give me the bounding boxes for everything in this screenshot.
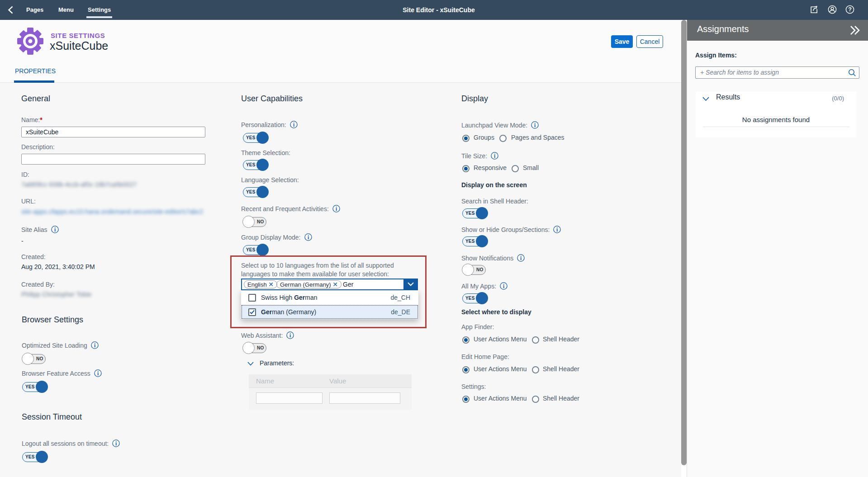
- svg-text:i: i: [97, 371, 99, 376]
- svg-text:i: i: [534, 123, 536, 128]
- svg-text:i: i: [556, 227, 558, 232]
- svg-text:i: i: [307, 235, 309, 240]
- svg-text:i: i: [94, 343, 96, 348]
- svg-text:i: i: [520, 255, 522, 261]
- svg-text:i: i: [494, 153, 496, 159]
- svg-text:?: ?: [848, 6, 852, 13]
- svg-text:i: i: [293, 122, 295, 128]
- svg-text:i: i: [54, 227, 56, 232]
- svg-text:i: i: [503, 283, 505, 289]
- svg-text:i: i: [289, 333, 291, 338]
- svg-text:i: i: [115, 441, 117, 446]
- svg-text:i: i: [336, 206, 337, 212]
